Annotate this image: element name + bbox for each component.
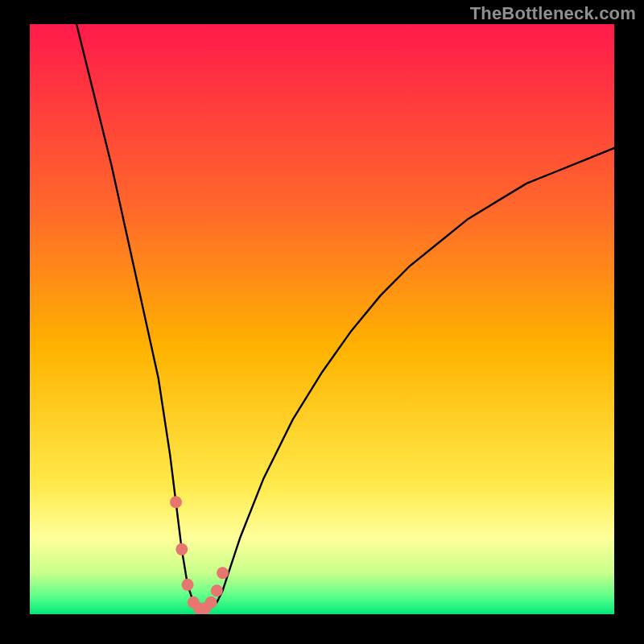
- marker-dot: [217, 567, 229, 579]
- marker-dot: [211, 584, 223, 597]
- marker-dot: [205, 597, 217, 609]
- marker-dot: [182, 579, 194, 591]
- watermark-text: TheBottleneck.com: [470, 3, 636, 24]
- gradient-background: [30, 24, 614, 614]
- chart-frame: TheBottleneck.com: [0, 0, 644, 644]
- marker-dot: [170, 496, 182, 508]
- bottleneck-chart: [30, 24, 614, 614]
- marker-dot: [175, 543, 188, 555]
- chart-svg: [30, 24, 614, 614]
